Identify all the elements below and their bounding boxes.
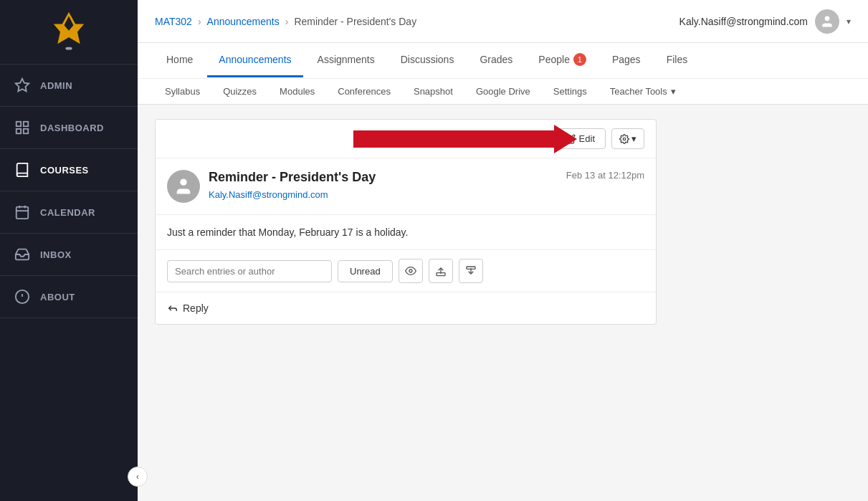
inbox-icon xyxy=(14,247,30,262)
sidebar-item-dashboard[interactable]: DASHBOARD xyxy=(0,107,138,149)
avatar-icon xyxy=(820,14,834,29)
gear-button[interactable]: ▾ xyxy=(611,128,644,149)
user-email: Kaly.Nasiff@strongmind.com xyxy=(679,16,808,27)
sidebar-item-calendar[interactable]: CALENDAR xyxy=(0,191,138,234)
tab-snapshot[interactable]: Snapshot xyxy=(404,79,463,104)
edit-pencil-icon xyxy=(566,134,576,144)
announcement-reply-bar: Reply xyxy=(156,292,656,324)
svg-rect-2 xyxy=(24,122,28,126)
sidebar-logo xyxy=(0,0,138,65)
breadcrumb-page: Reminder - President's Day xyxy=(294,16,416,27)
nav-tabs-container: Home Announcements Assignments Discussio… xyxy=(138,43,868,105)
tab-conferences[interactable]: Conferences xyxy=(328,79,401,104)
tab-home[interactable]: Home xyxy=(155,44,204,77)
sidebar-item-dashboard-label: DASHBOARD xyxy=(40,123,104,133)
eye-button[interactable] xyxy=(399,259,423,283)
sidebar-item-about[interactable]: ABOUT xyxy=(0,276,138,318)
tab-pages[interactable]: Pages xyxy=(601,44,652,77)
tab-announcements[interactable]: Announcements xyxy=(207,44,302,77)
author-avatar xyxy=(167,170,200,203)
announcement-header: Reminder - President's Day Kaly.Nasiff@s… xyxy=(156,158,656,215)
tab-discussions[interactable]: Discussions xyxy=(389,44,466,77)
sidebar-item-inbox[interactable]: INBOX xyxy=(0,234,138,276)
sidebar-item-admin[interactable]: ADMIN xyxy=(0,65,138,107)
breadcrumb-section[interactable]: Announcements xyxy=(207,16,280,27)
tab-grades[interactable]: Grades xyxy=(468,44,524,77)
sidebar-navigation: ADMIN DASHBOARD COURSES CALENDAR INBOX xyxy=(0,65,138,501)
logo-icon xyxy=(51,11,87,54)
gear-dropdown-icon: ▾ xyxy=(631,133,636,144)
sidebar-collapse-button[interactable]: ‹ xyxy=(128,467,148,487)
teacher-tools-label: Teacher Tools xyxy=(610,86,667,97)
tab-assignments[interactable]: Assignments xyxy=(306,44,386,77)
svg-point-14 xyxy=(180,179,186,186)
sidebar-item-courses[interactable]: COURSES xyxy=(0,149,138,191)
announcement-body: Just a reminder that Monday, February 17… xyxy=(156,215,656,250)
reply-button[interactable]: Reply xyxy=(167,302,209,314)
svg-point-12 xyxy=(825,16,830,21)
calendar-icon xyxy=(14,204,30,220)
teacher-tools-button[interactable]: Teacher Tools ▾ xyxy=(600,80,686,102)
svg-rect-1 xyxy=(16,122,21,126)
tab-syllabus[interactable]: Syllabus xyxy=(155,79,210,104)
breadcrumb-sep-1: › xyxy=(198,16,201,27)
dashboard-icon xyxy=(14,120,30,135)
announcement-filter-bar: Unread xyxy=(156,250,656,292)
sidebar-item-about-label: ABOUT xyxy=(40,292,75,302)
tab-modules[interactable]: Modules xyxy=(270,79,325,104)
upload-icon xyxy=(435,265,447,277)
announcement-card: Edit ▾ Reminder - President's Day xyxy=(155,119,657,325)
announcement-body-text: Just a reminder that Monday, February 17… xyxy=(167,226,644,238)
svg-rect-5 xyxy=(16,207,29,219)
svg-rect-19 xyxy=(467,267,475,269)
svg-rect-17 xyxy=(437,273,445,276)
sidebar-item-courses-label: COURSES xyxy=(40,165,89,176)
reply-icon xyxy=(167,302,178,314)
tab-settings[interactable]: Settings xyxy=(543,79,597,104)
download-icon xyxy=(465,265,477,277)
tab-files[interactable]: Files xyxy=(655,44,700,77)
content-area: Edit ▾ Reminder - President's Day xyxy=(138,105,868,501)
svg-point-13 xyxy=(623,138,626,140)
breadcrumb-course[interactable]: MAT302 xyxy=(155,16,192,27)
sidebar-item-calendar-label: CALENDAR xyxy=(40,207,95,218)
svg-rect-0 xyxy=(65,47,72,49)
about-icon xyxy=(14,289,30,305)
avatar[interactable] xyxy=(815,9,839,34)
arrow-container xyxy=(156,125,577,153)
tab-quizzes[interactable]: Quizzes xyxy=(213,79,267,104)
sidebar: ADMIN DASHBOARD COURSES CALENDAR INBOX xyxy=(0,0,138,501)
page-header: MAT302 › Announcements › Reminder - Pres… xyxy=(138,0,868,43)
search-input[interactable] xyxy=(167,260,332,282)
people-badge: 1 xyxy=(573,53,586,66)
svg-rect-4 xyxy=(24,129,28,133)
courses-icon xyxy=(14,162,30,178)
admin-icon xyxy=(14,77,30,93)
gear-icon xyxy=(619,134,629,144)
arrow-body xyxy=(353,130,554,148)
svg-rect-3 xyxy=(16,129,21,133)
edit-button-label: Edit xyxy=(579,133,595,144)
header-user-area: Kaly.Nasiff@strongmind.com ▾ xyxy=(679,9,851,34)
sidebar-item-admin-label: ADMIN xyxy=(40,80,72,91)
breadcrumb: MAT302 › Announcements › Reminder - Pres… xyxy=(155,16,416,27)
announcement-author[interactable]: Kaly.Nasiff@strongmind.com xyxy=(209,189,328,200)
sidebar-item-inbox-label: INBOX xyxy=(40,249,72,260)
tab-google-drive[interactable]: Google Drive xyxy=(466,79,540,104)
announcement-title: Reminder - President's Day xyxy=(209,170,558,185)
announcement-meta: Reminder - President's Day Kaly.Nasiff@s… xyxy=(209,170,558,201)
secondary-nav-tabs: Syllabus Quizzes Modules Conferences Sna… xyxy=(138,78,868,104)
upload-button[interactable] xyxy=(429,259,453,283)
author-avatar-icon xyxy=(173,176,194,196)
announcement-date: Feb 13 at 12:12pm xyxy=(566,170,644,181)
tab-people[interactable]: People 1 xyxy=(527,43,598,78)
teacher-tools-chevron-icon: ▾ xyxy=(671,86,676,97)
download-button[interactable] xyxy=(459,259,483,283)
primary-nav-tabs: Home Announcements Assignments Discussio… xyxy=(138,43,868,78)
edit-bar: Edit ▾ xyxy=(156,120,656,158)
user-menu-chevron[interactable]: ▾ xyxy=(846,16,851,27)
eye-icon xyxy=(405,265,416,277)
edit-button[interactable]: Edit xyxy=(555,128,606,149)
tab-people-label: People xyxy=(538,54,570,65)
unread-button[interactable]: Unread xyxy=(338,260,393,282)
